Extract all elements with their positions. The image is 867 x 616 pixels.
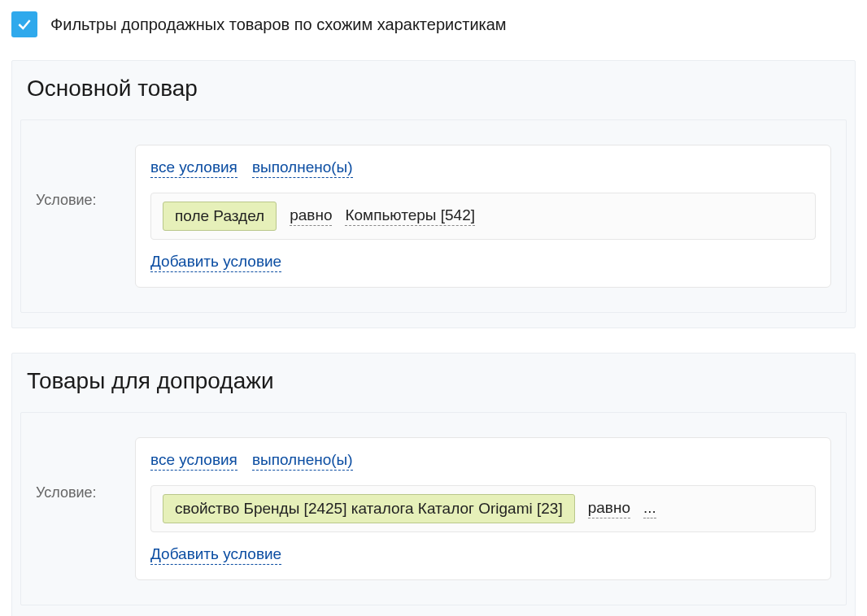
panel-upsell-body: Условие: все условия выполнено(ы) свойст… — [20, 412, 847, 605]
top-row: Фильтры допродажных товаров по схожим ха… — [11, 11, 856, 37]
add-condition-link[interactable]: Добавить условие — [150, 545, 281, 565]
rule-row-main: поле Раздел равно Компьютеры [542] — [150, 193, 816, 240]
panel-upsell-title: Товары для допродажи — [20, 368, 847, 394]
condition-label: Условие: — [29, 145, 119, 209]
rule-field-chip[interactable]: поле Раздел — [163, 202, 277, 231]
rule-value[interactable]: ... — [643, 499, 656, 518]
condition-box-upsell: все условия выполнено(ы) свойство Бренды… — [135, 437, 831, 580]
rule-row-upsell: свойство Бренды [2425] каталога Каталог … — [150, 485, 816, 532]
fulfilled-link[interactable]: выполнено(ы) — [252, 451, 353, 471]
fulfilled-link[interactable]: выполнено(ы) — [252, 158, 353, 178]
panel-main-product-body: Условие: все условия выполнено(ы) поле Р… — [20, 119, 847, 313]
rule-field-chip[interactable]: свойство Бренды [2425] каталога Каталог … — [163, 494, 575, 523]
rule-value[interactable]: Компьютеры [542] — [345, 206, 475, 226]
condition-label: Условие: — [29, 437, 119, 501]
rule-operator[interactable]: равно — [290, 206, 332, 226]
filters-checkbox[interactable] — [11, 11, 37, 37]
panel-main-product: Основной товар Условие: все условия выпо… — [11, 60, 856, 328]
rule-operator[interactable]: равно — [588, 499, 630, 518]
panel-upsell: Товары для допродажи Условие: все услови… — [11, 353, 856, 616]
add-condition-link[interactable]: Добавить условие — [150, 253, 281, 272]
filters-label: Фильтры допродажных товаров по схожим ха… — [50, 15, 507, 34]
condition-box-main: все условия выполнено(ы) поле Раздел рав… — [135, 145, 831, 288]
all-conditions-link[interactable]: все условия — [150, 158, 237, 178]
all-conditions-link[interactable]: все условия — [150, 451, 237, 471]
panel-main-product-title: Основной товар — [20, 76, 847, 102]
check-icon — [16, 16, 33, 33]
